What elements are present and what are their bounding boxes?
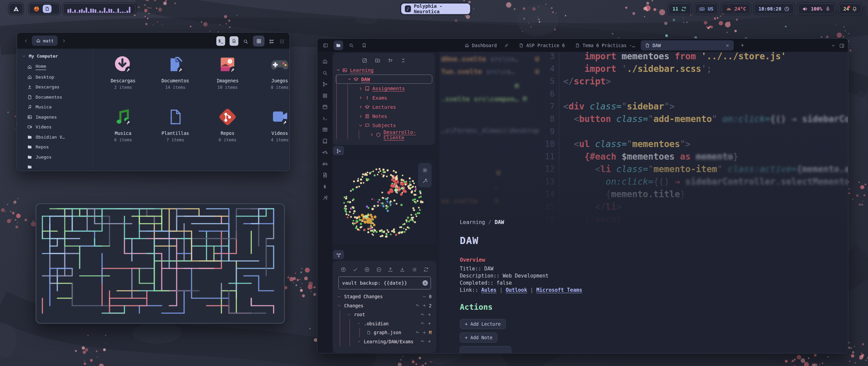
firefox-workspace-icon[interactable] <box>33 5 40 13</box>
ribbon-gamepad-button[interactable] <box>322 160 328 167</box>
git-row-graph-json[interactable]: graph.jsonM <box>333 328 436 337</box>
toolbar-grid-2x2-button[interactable] <box>253 36 264 46</box>
ribbon-book-button[interactable] <box>322 138 328 144</box>
ribbon-search-button[interactable] <box>322 69 328 76</box>
chevron-right-icon[interactable] <box>369 132 374 137</box>
toolbar-terminal-chip-button[interactable]: $_ <box>216 36 225 46</box>
forward-button[interactable] <box>60 37 68 45</box>
git-check-button[interactable] <box>352 266 358 272</box>
tree-item-subjects[interactable]: Subjects <box>333 121 435 130</box>
toolbar-search-button[interactable] <box>243 38 249 44</box>
tree-item-assignments[interactable]: Assignments <box>333 84 435 93</box>
graph-settings-button[interactable] <box>422 167 428 173</box>
tray-updates[interactable]: 11 <box>668 3 691 14</box>
folder-descargas[interactable]: Descargas 2 items <box>97 55 149 90</box>
-add-lecture-button[interactable]: + Add Lecture <box>460 319 506 329</box>
graph-filter-button[interactable] <box>422 177 428 184</box>
tab-list-dropdown[interactable] <box>831 42 836 48</box>
workspace-folder-button[interactable] <box>334 41 343 50</box>
tray-notifications[interactable]: 24 <box>839 3 862 14</box>
workspace-search-button[interactable] <box>347 41 356 50</box>
sidebar-item-repos[interactable]: Repos <box>17 142 93 152</box>
note-breadcrumb[interactable]: Learning / DAW <box>460 219 504 225</box>
ribbon-git-graph-button[interactable] <box>322 81 328 87</box>
git-row-changes[interactable]: Changes2 <box>333 301 436 310</box>
tree-pencil-square-button[interactable] <box>362 57 368 63</box>
undo-icon[interactable] <box>420 321 425 326</box>
chevron-right-icon[interactable] <box>358 86 363 91</box>
plus-icon[interactable] <box>427 339 432 344</box>
tree-item-lectures[interactable]: Lectures <box>333 102 435 111</box>
chevron-down-icon[interactable] <box>347 312 351 317</box>
close-tab-button[interactable] <box>725 43 730 48</box>
sidebar-item-documentos[interactable]: Documentos <box>17 92 93 102</box>
folder-videos[interactable]: Videos 4 items <box>254 107 290 142</box>
tab-tema-6-pr-cticas-[interactable]: Tema 6 Prácticas -… <box>571 40 639 50</box>
tab-dashboard[interactable]: Dashboard <box>460 40 513 50</box>
sidebar-item-desktop[interactable]: Desktop <box>17 72 93 82</box>
tab-asp-practice-6[interactable]: ASP Practice 6 <box>515 40 569 50</box>
launcher-button[interactable] <box>9 3 23 14</box>
ribbon-tools-button[interactable] <box>322 194 328 201</box>
ribbon-layout-grid-button[interactable] <box>322 92 328 99</box>
plus-icon[interactable] <box>427 321 432 326</box>
sidebar-item-imagenes[interactable]: Imagenes <box>17 112 93 122</box>
tree-item-notes[interactable]: Notes <box>333 111 435 121</box>
sidebar-item-obsidian-v-[interactable]: Obsidian V… <box>17 132 93 142</box>
ribbon-code-tag-button[interactable]: <% <box>322 149 328 155</box>
git-list-button[interactable] <box>411 266 417 272</box>
clear-commit-message-button[interactable]: ✕ <box>422 280 428 286</box>
undo-icon[interactable] <box>420 312 425 317</box>
tree-item-desarrollo-cliente[interactable]: Desarrollo-Cliente <box>333 130 435 139</box>
git-panel-tab[interactable] <box>333 250 344 259</box>
undo-icon[interactable] <box>415 330 420 335</box>
git-plus-circle-button[interactable] <box>364 266 370 272</box>
tree-item-learning[interactable]: Learning <box>333 65 435 75</box>
chevron-down-icon[interactable] <box>358 123 363 128</box>
plus-icon[interactable] <box>422 330 427 335</box>
toolbar-list-view-button[interactable] <box>269 38 275 44</box>
tray-audio[interactable]: 100% <box>798 3 835 14</box>
folder-repos[interactable]: Repos 6 items <box>201 107 254 142</box>
chevron-right-icon[interactable] <box>358 95 363 100</box>
chevron-down-icon[interactable] <box>357 321 361 326</box>
ribbon-file-search-button[interactable] <box>322 171 328 178</box>
tray-keyboard-layout[interactable]: US <box>695 3 718 14</box>
chevron-down-icon[interactable] <box>337 303 341 308</box>
chevron-right-icon[interactable] <box>358 104 363 109</box>
folder-musica[interactable]: Musica 6 items <box>97 107 149 142</box>
workspaces-module[interactable] <box>29 3 60 14</box>
editor-pane[interactable]: 3 import mementoes from '../../store.js'… <box>439 52 848 353</box>
tree-collapse-all-button[interactable] <box>400 57 406 63</box>
plus-icon[interactable] <box>427 312 432 317</box>
tab-daw[interactable]: DAW <box>641 40 734 50</box>
folder-imagenes[interactable]: Imagenes 10 items <box>201 55 254 90</box>
git-minus-circle-button[interactable] <box>376 266 382 272</box>
git-upload-tray-button[interactable] <box>388 266 393 272</box>
new-tab-button[interactable] <box>736 40 749 50</box>
graph-panel-tab[interactable] <box>333 146 344 155</box>
add-button-partial[interactable] <box>460 346 511 353</box>
chevron-down-icon[interactable] <box>337 294 341 299</box>
plus-icon[interactable] <box>422 303 427 308</box>
undo-icon[interactable] <box>420 339 425 344</box>
chevron-down-icon[interactable] <box>336 67 341 73</box>
link-aules[interactable]: Aules <box>481 287 496 293</box>
link-outlook[interactable]: Outlook <box>506 287 527 293</box>
ribbon-table-button[interactable] <box>322 126 328 133</box>
git-download-tray-button[interactable] <box>399 266 405 272</box>
link-microsoft-teams[interactable]: Microsoft Teams <box>536 287 582 293</box>
breadcrumb[interactable]: matt <box>32 36 58 46</box>
sidebar-section-header[interactable]: My Computer <box>17 52 93 62</box>
sidebar-item-juegos[interactable]: Juegos <box>17 152 93 162</box>
git-row-root[interactable]: root <box>333 310 436 319</box>
ribbon-home-button[interactable] <box>322 58 328 64</box>
sidebar-item-home[interactable]: Home <box>17 62 93 72</box>
workspace-bookmark-button[interactable] <box>359 41 369 50</box>
ribbon-terminal-button[interactable] <box>322 115 328 121</box>
git-refresh-circle-button[interactable] <box>423 266 429 272</box>
undo-icon[interactable] <box>415 303 420 308</box>
folder-juegos[interactable]: Juegos 8 items <box>254 55 290 90</box>
toolbar-new-file-button[interactable] <box>230 36 238 46</box>
-add-note-button[interactable]: + Add Note <box>460 332 497 343</box>
